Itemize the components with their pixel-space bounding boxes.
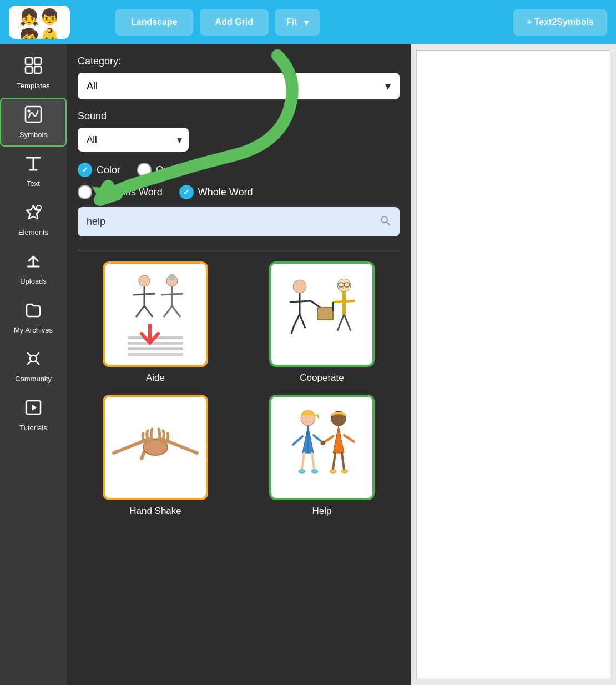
symbol-name-aide: Aide: [146, 372, 165, 384]
svg-rect-1: [34, 58, 41, 64]
svg-line-50: [312, 453, 314, 470]
category-select[interactable]: All Animals Food Actions Emotions People…: [78, 73, 400, 99]
svg-line-42: [337, 314, 344, 331]
color-outline-row: Color Outline: [78, 163, 400, 177]
svg-rect-14: [128, 353, 183, 356]
svg-rect-13: [128, 347, 183, 350]
symbol-image-cooperate: [269, 261, 375, 367]
svg-point-27: [293, 280, 306, 293]
svg-rect-31: [317, 308, 333, 320]
canvas-inner[interactable]: [416, 50, 610, 679]
landscape-button[interactable]: Landscape: [115, 9, 193, 36]
svg-line-18: [133, 294, 155, 295]
svg-point-51: [299, 470, 305, 473]
svg-line-34: [300, 314, 305, 328]
svg-line-43: [344, 314, 351, 331]
topbar: 👧 👦 🧒 👶 Landscape Add Grid Fit ▾ + Text2…: [0, 0, 616, 44]
svg-rect-2: [26, 67, 32, 73]
sidebar-item-templates-label: Templates: [17, 82, 49, 90]
sidebar-item-tutorials-label: Tutorials: [19, 424, 47, 432]
sidebar-item-my-archives-label: My Archives: [14, 326, 53, 334]
search-input[interactable]: [87, 216, 380, 228]
symbol-name-cooperate: Cooperate: [300, 372, 344, 384]
main-area: Templates Symbols Text: [0, 44, 616, 685]
fit-label: Fit: [286, 17, 297, 27]
category-select-wrapper: All Animals Food Actions Emotions People…: [78, 73, 400, 99]
svg-point-22: [169, 274, 175, 280]
sidebar-item-my-archives[interactable]: My Archives: [0, 293, 67, 342]
sidebar-item-text[interactable]: Text: [0, 147, 67, 195]
uploads-icon: [24, 252, 42, 274]
symbol-card-cooperate[interactable]: Cooperate: [244, 261, 400, 384]
color-checkbox[interactable]: [78, 163, 92, 177]
svg-line-25: [164, 306, 172, 317]
contains-word-label: Contains Word: [97, 187, 163, 198]
color-label: Color: [97, 164, 120, 176]
community-icon: [24, 350, 42, 371]
whole-word-checkbox[interactable]: [179, 185, 194, 199]
symbol-card-aide[interactable]: Aide: [78, 261, 233, 384]
svg-rect-0: [26, 58, 32, 64]
svg-point-16: [139, 275, 150, 286]
sidebar-item-tutorials[interactable]: Tutorials: [0, 391, 67, 440]
svg-line-29: [290, 301, 311, 302]
svg-point-6: [37, 205, 41, 210]
svg-point-61: [341, 470, 348, 473]
svg-line-48: [314, 435, 322, 442]
symbol-image-hand-shake: [103, 395, 208, 500]
svg-point-5: [28, 110, 31, 113]
add-grid-button[interactable]: Add Grid: [200, 9, 269, 36]
logo: 👧 👦 🧒 👶: [9, 6, 109, 39]
canvas-area: [411, 44, 616, 685]
symbol-name-help: Help: [312, 506, 332, 517]
sound-label: Sound: [78, 110, 400, 122]
outline-option[interactable]: Outline: [137, 163, 188, 177]
sidebar-item-symbols[interactable]: Symbols: [0, 98, 67, 147]
svg-point-60: [330, 470, 336, 473]
contains-word-option[interactable]: Contains Word: [78, 185, 163, 199]
outline-checkbox[interactable]: [137, 163, 152, 177]
color-option[interactable]: Color: [78, 163, 120, 177]
symbol-card-hand-shake[interactable]: Hand Shake: [78, 395, 233, 517]
svg-line-32: [294, 314, 300, 325]
tutorials-icon: [24, 399, 42, 420]
fit-dropdown[interactable]: Fit ▾: [275, 9, 320, 36]
symbol-card-help[interactable]: Help: [244, 395, 400, 517]
sidebar-item-templates[interactable]: Templates: [0, 49, 67, 98]
category-label: Category:: [78, 56, 400, 67]
svg-point-56: [321, 441, 325, 445]
svg-rect-3: [34, 67, 41, 73]
search-button[interactable]: [380, 215, 391, 229]
text2sym-button[interactable]: + Text2Symbols: [513, 9, 607, 36]
my-archives-icon: [24, 301, 42, 323]
word-options-row: Contains Word Whole Word: [78, 185, 400, 199]
whole-word-label: Whole Word: [198, 187, 253, 198]
symbol-image-aide: [103, 261, 208, 367]
logo-image: 👧 👦 🧒 👶: [9, 6, 70, 39]
svg-point-8: [30, 355, 37, 362]
contains-word-checkbox[interactable]: [78, 185, 92, 199]
symbols-icon: [24, 105, 42, 127]
sidebar-item-community-label: Community: [15, 375, 52, 383]
sound-select[interactable]: All Yes No: [78, 128, 189, 152]
sound-select-wrapper: All Yes No ▾: [78, 128, 189, 152]
svg-rect-12: [128, 342, 183, 345]
whole-word-option[interactable]: Whole Word: [179, 185, 253, 199]
sidebar-item-symbols-label: Symbols: [19, 130, 47, 139]
svg-line-19: [136, 306, 144, 317]
sidebar-item-uploads-label: Uploads: [20, 277, 47, 285]
panel-divider: [78, 250, 400, 250]
elements-icon: [24, 203, 42, 225]
sidebar-item-elements-label: Elements: [18, 228, 48, 236]
search-box: [78, 207, 400, 236]
sidebar-item-text-label: Text: [27, 179, 40, 188]
svg-point-52: [311, 470, 318, 473]
templates-icon: [24, 57, 42, 78]
sidebar-item-uploads[interactable]: Uploads: [0, 244, 67, 293]
sidebar-item-elements[interactable]: Elements: [0, 195, 67, 244]
sidebar-item-community[interactable]: Community: [0, 342, 67, 391]
fit-chevron-icon: ▾: [304, 17, 309, 28]
svg-line-33: [291, 325, 294, 334]
svg-line-40: [333, 301, 355, 302]
panel: Category: All Animals Food Actions Emoti…: [67, 44, 411, 685]
